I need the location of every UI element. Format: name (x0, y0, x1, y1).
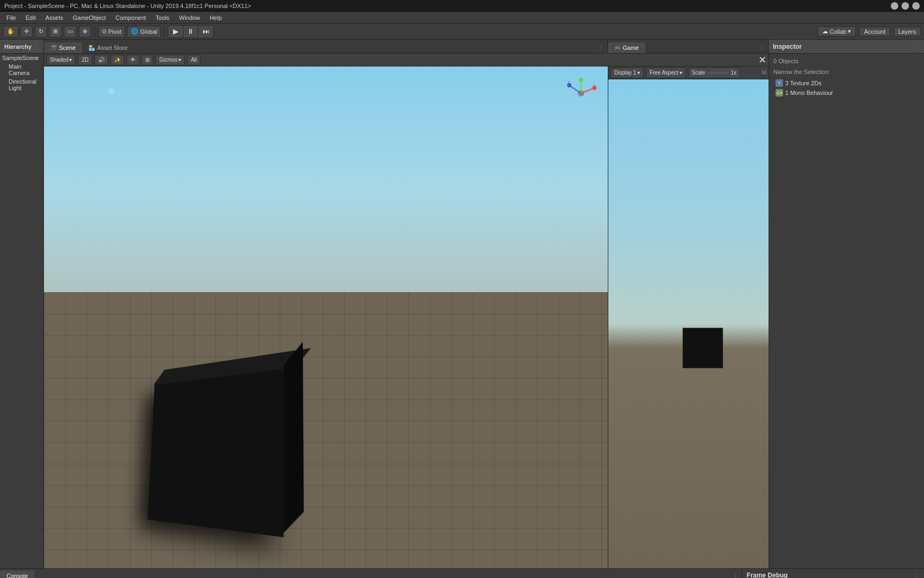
gizmos-label: Gizmos (159, 57, 177, 63)
game-aspect-button[interactable]: Free Aspect ▾ (646, 68, 685, 78)
game-display-label: Display 1 (614, 70, 636, 76)
menu-gameobject[interactable]: GameObject (69, 13, 110, 22)
layers-button[interactable]: Layers (893, 27, 921, 36)
scale-label: Scale (692, 70, 705, 76)
game-view: Display 1 ▾ Free Aspect ▾ Scale 1x M (608, 66, 769, 568)
scene-tab[interactable]: 🎬 Scene (44, 42, 82, 53)
narrow-texture2d-item[interactable]: T 3 Texture 2Ds (773, 78, 920, 88)
effects-toggle-button[interactable]: ✨ (110, 55, 124, 65)
hierarchy-item-main-camera[interactable]: Main Camera (0, 62, 43, 77)
frame-debug-more-btn[interactable]: ⋮ (914, 572, 920, 578)
hierarchy-more-btn[interactable]: ⋮ (34, 43, 39, 49)
play-controls: ▶ ⏸ ⏭ (168, 25, 214, 38)
display-dropdown-icon: ▾ (637, 70, 640, 76)
inspector-tab[interactable]: Inspector (773, 43, 802, 50)
narrow-selection-label: Narrow the Selection: (773, 69, 920, 75)
scale-slider[interactable] (707, 72, 729, 74)
hierarchy-item-directional-light[interactable]: Directional Light (0, 77, 43, 92)
global-button[interactable]: 🌐 Global (127, 26, 161, 38)
bottom-area: Console ⋮ 🗑 ⭐ 8 er ant cha nim ate ode t… (0, 568, 924, 578)
frame-debug-header: Frame Debug ⋮ (742, 569, 924, 578)
title-bar: Project - SampleScene - PC, Mac & Linux … (0, 0, 924, 12)
gizmos-button[interactable]: Gizmos ▾ (155, 55, 185, 65)
scene-tab-label: Scene (59, 45, 76, 51)
step-button[interactable]: ⏭ (198, 26, 213, 38)
game-tab[interactable]: 🎮 Game (608, 42, 645, 53)
hierarchy-item-samplescene[interactable]: SampleScene (0, 54, 43, 62)
all-layers-button[interactable]: All (187, 55, 200, 65)
svg-line-1 (581, 88, 594, 93)
2d-label: 2D (81, 57, 88, 63)
console-tab-bar: Console ⋮ (0, 569, 742, 578)
frame-debug-panel: Frame Debug ⋮ Enable Editor ▾ ◀ -1 of 0 … (742, 569, 924, 578)
menu-component[interactable]: Component (111, 13, 150, 22)
script-icon: C# (776, 89, 783, 97)
inspector-more-btn[interactable]: ⋮ (914, 43, 920, 49)
texture-icon: T (776, 79, 783, 87)
game-tab-label: Game (623, 45, 639, 51)
asset-store-tab[interactable]: 🏪 Asset Store (82, 42, 134, 53)
menu-bar: File Edit Assets GameObject Component To… (0, 12, 924, 24)
game-display-button[interactable]: Display 1 ▾ (610, 68, 644, 78)
move-tool-button[interactable]: ✛ (20, 26, 33, 38)
minimize-button[interactable] (891, 2, 898, 10)
game-scale-btn[interactable]: Scale 1x (688, 68, 741, 78)
grid-button[interactable]: ⊞ (141, 55, 153, 65)
shading-mode-button[interactable]: Shaded ▾ (46, 55, 76, 65)
play-button[interactable]: ▶ (168, 26, 183, 38)
pause-button[interactable]: ⏸ (183, 26, 198, 38)
game-maximize-btn[interactable]: M (762, 70, 766, 76)
game-viewport-toolbar: Display 1 ▾ Free Aspect ▾ Scale 1x M (608, 66, 769, 79)
console-tab-label: Console (6, 573, 28, 578)
rect-tool-button[interactable]: ▭ (64, 26, 77, 38)
scene-area-more[interactable]: ⋮ (595, 42, 607, 53)
collab-button[interactable]: ☁ Collab ▾ (817, 26, 856, 36)
game-area-more[interactable]: ⋮ (756, 42, 768, 53)
inspector-content: 0 Objects Narrow the Selection: T 3 Text… (769, 54, 924, 102)
audio-toggle-button[interactable]: 🔊 (94, 55, 108, 65)
scene-viewport-toolbar: Shaded ▾ 2D 🔊 ✨ 👁 ⊞ Gizmos ▾ All ✕ (44, 54, 769, 66)
scale-tool-button[interactable]: ⊞ (49, 26, 62, 38)
menu-assets[interactable]: Assets (41, 13, 68, 22)
game-aspect-label: Free Aspect (650, 70, 678, 76)
scene-gizmo[interactable]: X Y Z (565, 77, 597, 109)
inspector-panel: 0 Objects Narrow the Selection: T 3 Text… (769, 54, 924, 568)
menu-help[interactable]: Help (205, 13, 226, 22)
console-more-btn[interactable]: ⋮ (729, 570, 742, 578)
window-title: Project - SampleScene - PC, Mac & Linux … (4, 3, 891, 9)
scene-tab-icon: 🎬 (50, 45, 57, 51)
hand-tool-button[interactable]: ✋ (3, 26, 18, 38)
scene-view[interactable]: X Y Z (44, 66, 608, 568)
hierarchy-samplescene-label: SampleScene (2, 55, 39, 61)
scene-visibility-button[interactable]: 👁 (126, 55, 139, 65)
close-button[interactable] (912, 2, 920, 10)
menu-edit[interactable]: Edit (21, 13, 40, 22)
2d-toggle-button[interactable]: 2D (78, 55, 92, 65)
transform-tool-button[interactable]: ⊕ (79, 26, 91, 38)
scene-grid (44, 292, 608, 568)
svg-text:Z: Z (568, 81, 570, 85)
window-controls[interactable] (891, 2, 920, 10)
console-tab[interactable]: Console (0, 570, 34, 578)
global-icon: 🌐 (131, 28, 138, 35)
inspector-objects-count: 0 Objects (773, 58, 920, 64)
menu-window[interactable]: Window (175, 13, 204, 22)
menu-file[interactable]: File (2, 13, 20, 22)
svg-text:Y: Y (580, 77, 583, 80)
account-button[interactable]: Account (859, 27, 890, 36)
main-layout: SampleScene Main Camera Directional Ligh… (0, 54, 924, 568)
rotate-tool-button[interactable]: ↻ (35, 26, 47, 38)
pivot-button[interactable]: ⊙ Pivot (98, 26, 125, 38)
scene-close-icon[interactable]: ✕ (758, 55, 766, 65)
pivot-label: Pivot (108, 28, 121, 35)
asset-store-label: Asset Store (97, 45, 128, 51)
restore-button[interactable] (901, 2, 909, 10)
texture2d-label: 3 Texture 2Ds (785, 80, 822, 86)
collab-icon: ☁ (822, 28, 828, 35)
all-label: All (191, 57, 197, 63)
collab-dropdown-icon: ▾ (848, 28, 851, 35)
svg-text:X: X (593, 84, 595, 87)
hierarchy-tab[interactable]: Hierarchy (4, 43, 32, 50)
narrow-monobehaviour-item[interactable]: C# 1 Mono Behaviour (773, 88, 920, 98)
menu-tools[interactable]: Tools (151, 13, 174, 22)
